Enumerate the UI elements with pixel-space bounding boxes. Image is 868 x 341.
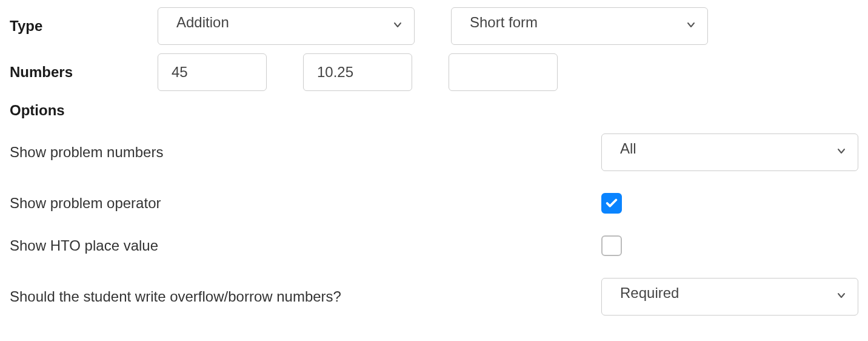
show-problem-numbers-label: Show problem numbers bbox=[10, 144, 163, 161]
operation-select[interactable]: Addition bbox=[158, 7, 415, 45]
show-problem-numbers-select[interactable]: All bbox=[601, 133, 858, 171]
number-input-3[interactable] bbox=[449, 53, 558, 91]
show-problem-operator-label: Show problem operator bbox=[10, 195, 161, 212]
row-type: Type Addition Short form bbox=[10, 7, 858, 45]
number-input-2[interactable] bbox=[303, 53, 412, 91]
options-heading: Options bbox=[10, 102, 858, 119]
show-hto-checkbox[interactable] bbox=[601, 235, 622, 256]
form-select[interactable]: Short form bbox=[451, 7, 708, 45]
show-problem-operator-checkbox[interactable] bbox=[601, 193, 622, 214]
type-label: Type bbox=[10, 18, 42, 34]
option-row-show-problem-numbers: Show problem numbers All bbox=[10, 133, 858, 171]
operation-select-wrap: Addition bbox=[158, 7, 415, 45]
overflow-label: Should the student write overflow/borrow… bbox=[10, 288, 341, 305]
overflow-select[interactable]: Required bbox=[601, 278, 858, 316]
form-select-wrap: Short form bbox=[451, 7, 708, 45]
numbers-label: Numbers bbox=[10, 64, 73, 80]
number-input-1[interactable] bbox=[158, 53, 267, 91]
option-row-overflow: Should the student write overflow/borrow… bbox=[10, 278, 858, 316]
option-row-show-hto: Show HTO place value bbox=[10, 235, 858, 256]
option-row-show-problem-operator: Show problem operator bbox=[10, 193, 858, 214]
show-hto-label: Show HTO place value bbox=[10, 237, 158, 254]
row-numbers: Numbers bbox=[10, 53, 858, 91]
